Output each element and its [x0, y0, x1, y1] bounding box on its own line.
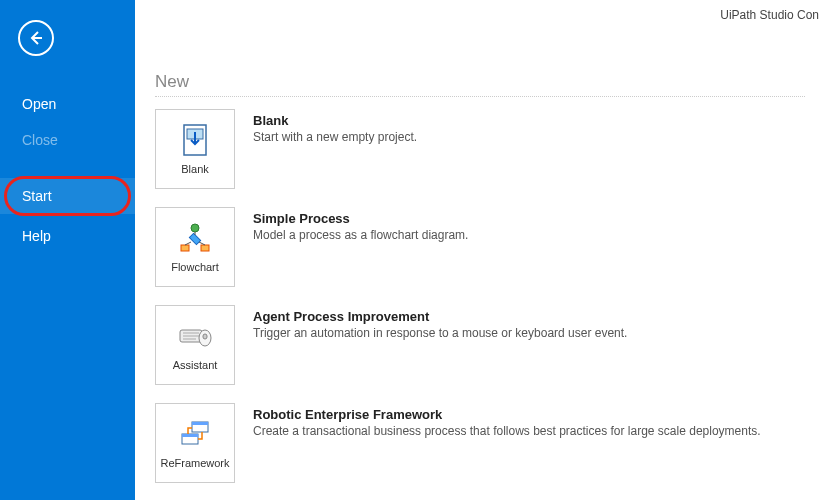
svg-rect-15: [203, 334, 207, 339]
main-area: UiPath Studio Con New Blank Blank Start …: [135, 0, 825, 500]
section-heading: New: [155, 72, 805, 97]
reframework-icon: [178, 417, 212, 451]
blank-icon: [178, 123, 212, 157]
template-title: Simple Process: [253, 211, 468, 226]
svg-rect-19: [182, 434, 198, 437]
template-title: Agent Process Improvement: [253, 309, 627, 324]
svg-rect-17: [192, 422, 208, 425]
template-tile: Flowchart: [155, 207, 235, 287]
tile-label: Assistant: [173, 359, 218, 371]
template-reframework[interactable]: ReFramework Robotic Enterprise Framework…: [155, 403, 805, 483]
flowchart-icon: [178, 221, 212, 255]
sidebar-item-close: Close: [0, 122, 135, 158]
svg-rect-4: [189, 233, 200, 244]
template-text: Simple Process Model a process as a flow…: [253, 207, 468, 242]
template-text: Blank Start with a new empty project.: [253, 109, 417, 144]
sidebar: Open Close Start Help: [0, 0, 135, 500]
template-tile: Assistant: [155, 305, 235, 385]
template-description: Create a transactional business process …: [253, 424, 761, 438]
template-description: Start with a new empty project.: [253, 130, 417, 144]
tile-label: ReFramework: [160, 457, 229, 469]
sidebar-item-help[interactable]: Help: [0, 218, 135, 254]
template-flowchart[interactable]: Flowchart Simple Process Model a process…: [155, 207, 805, 287]
sidebar-item-start[interactable]: Start: [0, 178, 135, 214]
back-button[interactable]: [18, 20, 54, 56]
template-list: Blank Blank Start with a new empty proje…: [155, 109, 805, 500]
template-title: Robotic Enterprise Framework: [253, 407, 761, 422]
sidebar-item-label: Close: [22, 132, 58, 148]
template-title: Blank: [253, 113, 417, 128]
template-description: Trigger an automation in response to a m…: [253, 326, 627, 340]
tile-label: Flowchart: [171, 261, 219, 273]
svg-point-3: [191, 224, 199, 232]
template-text: Robotic Enterprise Framework Create a tr…: [253, 403, 761, 438]
svg-rect-5: [181, 245, 189, 251]
template-assistant[interactable]: Assistant Agent Process Improvement Trig…: [155, 305, 805, 385]
template-blank[interactable]: Blank Blank Start with a new empty proje…: [155, 109, 805, 189]
app-title: UiPath Studio Con: [720, 8, 819, 22]
assistant-icon: [178, 319, 212, 353]
template-tile: Blank: [155, 109, 235, 189]
sidebar-item-label: Open: [22, 96, 56, 112]
arrow-left-icon: [27, 29, 45, 47]
svg-rect-6: [201, 245, 209, 251]
sidebar-item-label: Help: [22, 228, 51, 244]
sidebar-item-label: Start: [22, 188, 52, 204]
tile-label: Blank: [181, 163, 209, 175]
sidebar-item-open[interactable]: Open: [0, 86, 135, 122]
template-description: Model a process as a flowchart diagram.: [253, 228, 468, 242]
template-text: Agent Process Improvement Trigger an aut…: [253, 305, 627, 340]
template-tile: ReFramework: [155, 403, 235, 483]
